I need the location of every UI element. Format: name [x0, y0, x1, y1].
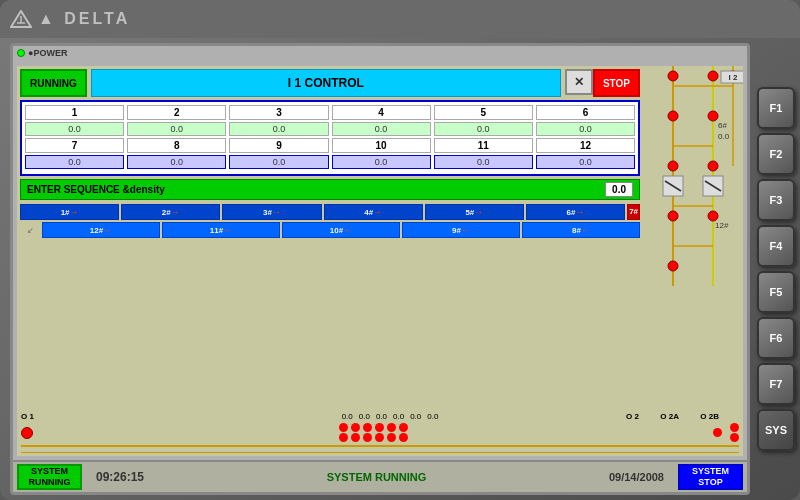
bottom-indicators: O 1 O 2 O 2A O 2B 0.0 0.0 0.0 0.0 0.0 0.… [17, 410, 743, 456]
seq-btn-3[interactable]: 3#→ [222, 204, 321, 220]
sys-running-badge[interactable]: SYSTEMRUNNING [17, 464, 82, 490]
svg-text:0.0: 0.0 [718, 132, 730, 141]
sys-running-text: SYSTEMRUNNING [29, 466, 71, 488]
cell-num-1: 1 [25, 105, 124, 120]
power-text: ●POWER [28, 48, 67, 58]
svg-text:6#: 6# [718, 121, 727, 130]
circuit-diagram: I 2 6# 0.0 12# [643, 66, 743, 410]
cell-num-9: 9 [229, 138, 328, 153]
delta-text: ▲ DELTA [38, 10, 130, 28]
svg-point-13 [668, 111, 678, 121]
cell-num-6: 6 [536, 105, 635, 120]
svg-point-11 [708, 71, 718, 81]
val-8: 0.0 [127, 155, 226, 169]
f4-button[interactable]: F4 [757, 225, 795, 267]
svg-point-18 [708, 211, 718, 221]
cell-num-2: 2 [127, 105, 226, 120]
f7-button[interactable]: F7 [757, 363, 795, 405]
red-dot-6a [399, 423, 408, 432]
number-grid: 1 2 3 4 [20, 100, 640, 176]
cell-2: 2 [127, 105, 226, 120]
red-dot-5a [387, 423, 396, 432]
svg-text:I 2: I 2 [729, 73, 738, 82]
seq-btn-5[interactable]: 5#→ [425, 204, 524, 220]
bottom-val-2: 0.0 [359, 412, 370, 421]
hmi-screen: ●POWER RUNNING I 1 CONTROL [10, 43, 750, 495]
o2b-label: O 2B [700, 412, 719, 421]
wire-line [21, 445, 739, 453]
delta-triangle-icon [10, 10, 32, 28]
seq-btn-8[interactable]: 8#← [522, 222, 640, 238]
sys-stop-badge[interactable]: SYSTEMSTOP [678, 464, 743, 490]
f2-button[interactable]: F2 [757, 133, 795, 175]
status-text: SYSTEM RUNNING [158, 464, 595, 490]
red-dot-3a [363, 423, 372, 432]
svg-text:12#: 12# [715, 221, 729, 230]
sys-button[interactable]: SYS [757, 409, 795, 451]
red-dot-o2a [730, 423, 739, 432]
seq-btn-4[interactable]: 4#→ [324, 204, 423, 220]
svg-point-14 [708, 111, 718, 121]
grid-row-1-labels: 1 2 3 4 [25, 105, 635, 120]
seq-btn-10[interactable]: 10#← [282, 222, 400, 238]
grid-row-2-values: 0.0 0.0 0.0 0.0 0.0 0.0 [25, 155, 635, 169]
cell-num-12: 12 [536, 138, 635, 153]
cell-num-7: 7 [25, 138, 124, 153]
seq-buttons-row2: ↙ 12#← 11#← 10#← 9#← 8#← [20, 222, 640, 238]
cell-6: 6 [536, 105, 635, 120]
cell-num-5: 5 [434, 105, 533, 120]
seq-btn-6[interactable]: 6#→ [526, 204, 625, 220]
val-6: 0.0 [536, 122, 635, 136]
red-dot-1a [339, 423, 348, 432]
bottom-val-5: 0.0 [410, 412, 421, 421]
red-dot-6b [399, 433, 408, 442]
date-display: 09/14/2008 [601, 464, 672, 490]
stop-button[interactable]: STOP [593, 69, 640, 97]
inner-screen: RUNNING I 1 CONTROL ✕ STOP [17, 66, 743, 456]
right-function-buttons: F1 F2 F3 F4 F5 F6 F7 SYS [755, 38, 800, 500]
left-controls: RUNNING I 1 CONTROL ✕ STOP [20, 69, 640, 407]
red-dot-row [21, 423, 739, 444]
close-icon[interactable]: ✕ [574, 75, 584, 89]
main-area: RUNNING I 1 CONTROL ✕ STOP [17, 66, 743, 410]
f3-button[interactable]: F3 [757, 179, 795, 221]
val-11: 0.0 [434, 155, 533, 169]
cell-1: 1 [25, 105, 124, 120]
red-dot-2a [351, 423, 360, 432]
red-dot-o2b [730, 433, 739, 442]
enter-sequence-bar: ENTER SEQUENCE &density 0.0 [20, 179, 640, 200]
screen-bottom: SYSTEMRUNNING 09:26:15 SYSTEM RUNNING 09… [13, 460, 747, 492]
val-2: 0.0 [127, 122, 226, 136]
f1-button[interactable]: F1 [757, 87, 795, 129]
red-dot-2b [351, 433, 360, 442]
svg-point-17 [668, 211, 678, 221]
f6-button[interactable]: F6 [757, 317, 795, 359]
seq-btn-2[interactable]: 2#→ [121, 204, 220, 220]
top-section: RUNNING I 1 CONTROL ✕ STOP [20, 69, 640, 97]
control-title: I 1 CONTROL [91, 69, 561, 97]
svg-point-10 [668, 71, 678, 81]
sys-stop-text: SYSTEMSTOP [692, 466, 729, 488]
bottom-val-3: 0.0 [376, 412, 387, 421]
cell-4: 4 [332, 105, 431, 120]
time-display: 09:26:15 [88, 464, 152, 490]
seq-btn-1[interactable]: 1#→ [20, 204, 119, 220]
val-3: 0.0 [229, 122, 328, 136]
seq-btn-12[interactable]: 12#← [42, 222, 160, 238]
running-badge: RUNNING [20, 69, 87, 97]
f5-button[interactable]: F5 [757, 271, 795, 313]
seq-btn-9[interactable]: 9#← [402, 222, 520, 238]
o1-area: O 1 O 2 O 2A O 2B 0.0 0.0 0.0 0.0 0.0 0.… [21, 412, 739, 421]
cell-num-11: 11 [434, 138, 533, 153]
bottom-val-1: 0.0 [342, 412, 353, 421]
cell-num-10: 10 [332, 138, 431, 153]
red-dot-4b [375, 433, 384, 442]
seq-btn-7[interactable]: 7# [627, 204, 640, 220]
cell-num-8: 8 [127, 138, 226, 153]
svg-point-19 [668, 261, 678, 271]
dialog-box[interactable]: ✕ [565, 69, 593, 95]
val-10: 0.0 [332, 155, 431, 169]
bottom-val-6: 0.0 [427, 412, 438, 421]
seq-btn-11[interactable]: 11#← [162, 222, 280, 238]
delta-logo: ▲ DELTA [10, 10, 130, 28]
